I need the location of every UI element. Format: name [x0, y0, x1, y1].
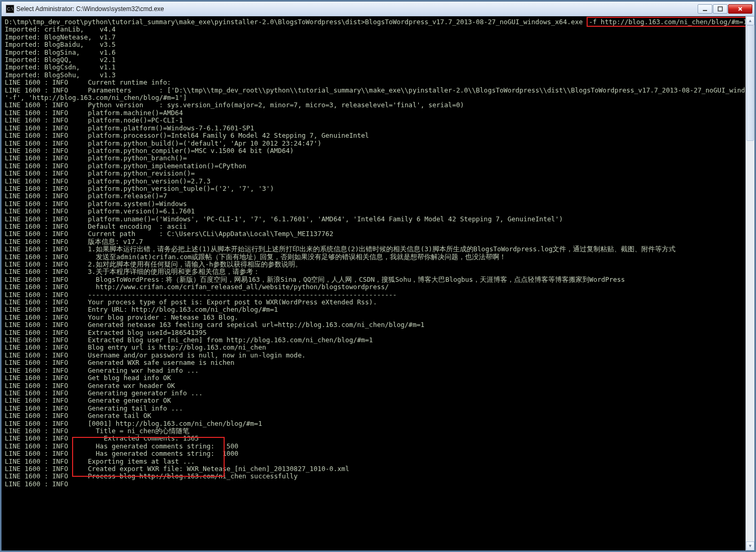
log-line: '-f', 'http://blog.163.com/ni_chen/blog/… [5, 94, 742, 101]
log-line: LINE 1600 : INFO 版本信息: v17.7 [5, 238, 742, 246]
log-line: LINE 1600 : INFO platform.python_revisio… [5, 170, 742, 177]
log-line: LINE 1600 : INFO platform.uname()=('Wind… [5, 216, 742, 223]
scroll-down-button[interactable]: ▼ [746, 541, 754, 550]
import-line: Imported: crifanLib, v4.4 [5, 26, 742, 33]
log-line: LINE 1600 : INFO Entry URL: http://blog.… [5, 306, 742, 313]
log-line: LINE 1600 : INFO Current path : C:\Users… [5, 230, 742, 238]
log-line: LINE 1600 : INFO Title = ni_chen的心情随笔 [5, 427, 742, 435]
executable-name: BlogsToWordpress_v17.7_2013-08-27_noGUI_… [365, 18, 587, 26]
import-line: Imported: BlogCsdn, v1.1 [5, 64, 742, 71]
import-line: Imported: BlogNetease, v1.7 [5, 34, 742, 41]
cmd-window: C:\ Select Administrator: C:\Windows\sys… [1, 1, 755, 551]
log-line: LINE 1600 : INFO Your process type of po… [5, 299, 742, 306]
log-line: LINE 1600 : INFO Generating wxr head inf… [5, 367, 742, 374]
log-line: LINE 1600 : INFO Generate tail OK [5, 412, 742, 420]
log-line: LINE 1600 : INFO Current runtime info: [5, 79, 742, 86]
import-line: Imported: BlogSina, v1.6 [5, 49, 742, 56]
log-line: LINE 1600 : INFO Paramenters : ['D:\\tmp… [5, 87, 742, 94]
minimize-button[interactable] [698, 4, 712, 14]
log-line: LINE 1600 : INFO 发送至admin(at)crifan.com或… [5, 253, 742, 261]
scrollbar-thumb[interactable] [747, 25, 754, 141]
log-line: LINE 1600 : INFO 1.如果脚本运行出错，请务必把上述(1)从脚本… [5, 246, 742, 253]
log-line: LINE 1600 : INFO Exporting items at last… [5, 458, 742, 465]
log-line: LINE 1600 : INFO Extracted Blog user [ni… [5, 336, 742, 344]
log-line: LINE 1600 : INFO Has generated comments … [5, 450, 742, 457]
window-title: Select Administrator: C:\Windows\system3… [16, 5, 698, 13]
import-line: Imported: BlogSohu, v1.3 [5, 71, 742, 79]
log-line: LINE 1600 : INFO Extracted comments: 136… [5, 435, 742, 442]
log-line: LINE 1600 : INFO platform.python_version… [5, 185, 742, 192]
svg-rect-0 [703, 10, 707, 11]
log-line: LINE 1600 : INFO Has generated comments … [5, 443, 742, 450]
log-line: LINE 1600 : INFO Generated netease 163 f… [5, 321, 742, 329]
log-line: LINE 1600 : INFO Generated WXR safe user… [5, 359, 742, 366]
titlebar[interactable]: C:\ Select Administrator: C:\Windows\sys… [2, 2, 754, 16]
scrollbar-track[interactable] [746, 25, 754, 541]
log-line: LINE 1600 : INFO platform.python_version… [5, 178, 742, 185]
log-line: LINE 1600 : INFO platform.python_compile… [5, 147, 742, 155]
command-line: D:\tmp\tmp_dev_root\python\tutorial_summ… [5, 18, 742, 26]
log-line: LINE 1600 : INFO Extracted blog useId=18… [5, 329, 742, 336]
log-line: LINE 1600 : INFO Python version : sys.ve… [5, 101, 742, 109]
log-line: LINE 1600 : INFO platform.processor()=In… [5, 132, 742, 139]
import-line: Imported: BlogQQ, v2.1 [5, 56, 742, 64]
log-line: LINE 1600 : INFO Generating tail info ..… [5, 405, 742, 412]
log-line: LINE 1600 : INFO Process blog http://blo… [5, 473, 742, 480]
log-line: LINE 1600 : INFO platform.release()=7 [5, 192, 742, 200]
log-line: LINE 1600 : INFO [5, 481, 742, 488]
log-line: LINE 1600 : INFO 2.如对此脚本使用有任何疑问，请输入-h参数以… [5, 261, 742, 268]
log-line: LINE 1600 : INFO Generate wxr header OK [5, 382, 742, 390]
log-line: LINE 1600 : INFO [0001] http://blog.163.… [5, 420, 742, 427]
log-line: LINE 1600 : INFO 3.关于本程序详细的使用说明和更多相关信息，请… [5, 268, 742, 275]
vertical-scrollbar[interactable]: ▲ ▼ [745, 16, 754, 550]
prompt: D:\tmp\tmp_dev_root\python\tutorial_summ… [5, 18, 365, 26]
svg-rect-1 [718, 7, 722, 11]
log-line: LINE 1600 : INFO Your blog provider : Ne… [5, 314, 742, 321]
log-line: LINE 1600 : INFO http://www.crifan.com/c… [5, 283, 742, 291]
log-line: LINE 1600 : INFO Blog entry url is http:… [5, 344, 742, 351]
log-line: LINE 1600 : INFO Username and/or passwor… [5, 352, 742, 359]
log-line: LINE 1600 : INFO platform.node()=PC-CLI-… [5, 117, 742, 124]
log-line: LINE 1600 : INFO Get blog head info OK [5, 374, 742, 382]
log-line: LINE 1600 : INFO platform.platform()=Win… [5, 125, 742, 132]
log-line: LINE 1600 : INFO -----------------------… [5, 291, 742, 299]
terminal-output[interactable]: D:\tmp\tmp_dev_root\python\tutorial_summ… [2, 16, 745, 550]
scroll-up-button[interactable]: ▲ [746, 16, 754, 25]
import-line: Imported: BlogBaidu, v3.5 [5, 41, 742, 48]
cmd-icon: C:\ [6, 5, 14, 13]
close-button[interactable] [728, 4, 752, 14]
log-line: LINE 1600 : INFO Generate generator OK [5, 397, 742, 404]
log-line: LINE 1600 : INFO Generating generator in… [5, 390, 742, 397]
log-line: LINE 1600 : INFO platform.machine()=AMD6… [5, 109, 742, 117]
log-line: LINE 1600 : INFO platform.system()=Windo… [5, 200, 742, 208]
maximize-button[interactable] [713, 4, 728, 14]
log-line: LINE 1600 : INFO BlogsToWordPress：将（新版）百… [5, 276, 742, 283]
log-line: LINE 1600 : INFO platform.version()=6.1.… [5, 208, 742, 215]
log-line: LINE 1600 : INFO platform.python_impleme… [5, 162, 742, 170]
terminal-client-area: D:\tmp\tmp_dev_root\python\tutorial_summ… [2, 16, 754, 550]
log-line: LINE 1600 : INFO platform.python_build()… [5, 140, 742, 147]
log-line: LINE 1600 : INFO Default encoding : asci… [5, 223, 742, 230]
command-args-highlight: -f http://blog.163.com/ni_chen/blog/#m=1 [587, 17, 745, 27]
log-line: LINE 1600 : INFO Created export WXR file… [5, 465, 742, 473]
log-line: LINE 1600 : INFO platform.python_branch(… [5, 155, 742, 162]
window-controls [698, 4, 752, 14]
